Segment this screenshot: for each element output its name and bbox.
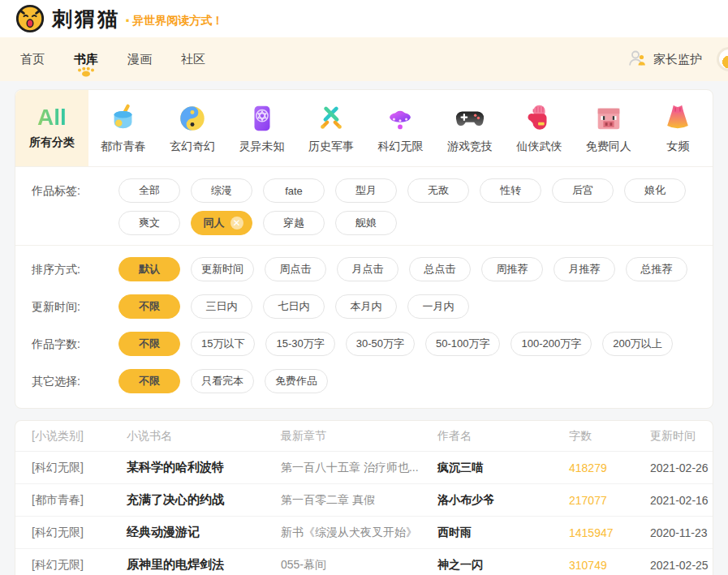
category-urban-youth[interactable]: 都市青春 (88, 90, 157, 166)
paint-bucket-icon (107, 102, 140, 135)
category-gaming[interactable]: 游戏竞技 (435, 90, 504, 166)
table-row[interactable]: [科幻无限] 原神里的电焊剑法 055-幕间 神之一闪 310749 2021-… (15, 549, 713, 575)
category-fantasy[interactable]: 玄幻奇幻 (157, 90, 226, 166)
table-header-row: [小说类别] 小说书名 最新章节 作者名 字数 更新时间 (15, 421, 713, 452)
sort-pill[interactable]: 更新时间 (191, 257, 254, 281)
nav-item-home[interactable]: 首页 (20, 52, 45, 67)
category-label: 科幻无限 (377, 139, 423, 154)
word-pill[interactable]: 15-30万字 (265, 332, 334, 356)
sort-pill[interactable]: 月点击 (337, 257, 398, 281)
nav-item-library-label: 书库 (74, 52, 98, 66)
tag-pill[interactable]: 性转 (480, 178, 541, 203)
latest-chapter-link[interactable]: 第一百八十五章 治疗师也... (281, 461, 437, 475)
filter-row-tags: 作品标签: 全部 综漫 fate 型月 无敌 性转 后宫 娘化 爽文 (15, 178, 713, 235)
novel-category[interactable]: [都市青春] (32, 493, 127, 508)
main-nav: 首页 书库 漫画 社区 家长监护 (0, 37, 728, 81)
category-label: 玄幻奇幻 (170, 139, 215, 154)
novel-category[interactable]: [科幻无限] (32, 526, 127, 540)
ufo-icon (384, 102, 416, 135)
category-label: 都市青春 (101, 139, 146, 154)
category-scifi[interactable]: 科幻无限 (366, 90, 435, 166)
word-count: 310749 (569, 559, 650, 572)
sort-pill[interactable]: 周推荐 (481, 257, 543, 281)
author-link[interactable]: 西时雨 (437, 526, 569, 540)
nav-item-comics[interactable]: 漫画 (127, 52, 152, 67)
novel-category[interactable]: [科幻无限] (32, 461, 127, 475)
author-link[interactable]: 神之一闪 (437, 558, 569, 573)
category-history-military[interactable]: 历史军事 (296, 90, 365, 166)
sort-pill-selected[interactable]: 默认 (118, 257, 180, 281)
nav-right-area: 家长监护 (627, 47, 728, 71)
sort-pill[interactable]: 总推荐 (626, 257, 687, 281)
novel-title-link[interactable]: 充满了决心的约战 (127, 492, 281, 508)
sort-pill[interactable]: 月推荐 (554, 257, 615, 281)
tag-pill[interactable]: fate (263, 178, 325, 203)
update-pill[interactable]: 七日内 (263, 294, 325, 319)
category-all[interactable]: All 所有分类 (15, 90, 88, 166)
latest-chapter-link[interactable]: 第一百零二章 真假 (281, 493, 437, 508)
other-pill[interactable]: 免费作品 (265, 369, 328, 393)
novel-title-link[interactable]: 原神里的电焊剑法 (127, 557, 281, 573)
brand-separator-dot: · (125, 11, 131, 32)
filter-label: 排序方式: (32, 257, 118, 281)
update-pill[interactable]: 一月内 (407, 294, 469, 319)
novel-title-link[interactable]: 经典动漫游记 (127, 525, 281, 540)
author-link[interactable]: 洛小布少爷 (437, 493, 569, 508)
word-count: 1415947 (569, 526, 650, 539)
tag-pill-selected[interactable]: 同人 ✕ (191, 211, 252, 235)
novel-title-link[interactable]: 某科学的哈利波特 (127, 460, 281, 475)
latest-chapter-link[interactable]: 055-幕间 (281, 558, 437, 573)
brand-name[interactable]: 刺猬猫 (52, 6, 120, 32)
category-label: 历史军事 (308, 139, 354, 154)
tag-pill[interactable]: 爽文 (118, 211, 180, 235)
hedgehog-cat-logo-icon[interactable] (15, 3, 45, 34)
tag-pill[interactable]: 娘化 (624, 178, 686, 203)
tag-pill[interactable]: 穿越 (263, 211, 325, 235)
category-wuxia[interactable]: 仙侠武侠 (505, 90, 574, 166)
sort-pill[interactable]: 周点击 (265, 257, 326, 281)
tag-pill[interactable]: 综漫 (191, 178, 252, 203)
other-pill[interactable]: 只看完本 (191, 369, 254, 393)
category-supernatural[interactable]: 灵异未知 (227, 90, 296, 166)
other-pill-selected[interactable]: 不限 (118, 369, 180, 393)
update-pill-selected[interactable]: 不限 (118, 294, 180, 319)
tag-pill[interactable]: 无敌 (407, 178, 469, 203)
sort-pill[interactable]: 总点击 (409, 257, 471, 281)
table-row[interactable]: [都市青春] 充满了决心的约战 第一百零二章 真假 洛小布少爷 217077 2… (15, 484, 713, 517)
close-icon[interactable]: ✕ (230, 217, 243, 230)
filter-panel: All 所有分类 都市青春 (15, 89, 713, 409)
tag-pill-lines: 全部 综漫 fate 型月 无敌 性转 后宫 娘化 爽文 同人 ✕ (118, 178, 686, 235)
novel-category[interactable]: [科幻无限] (32, 558, 127, 573)
author-link[interactable]: 疯沉三喵 (437, 461, 569, 475)
word-pill[interactable]: 100-200万字 (510, 332, 592, 356)
filter-row-other: 其它选择: 不限 只看完本 免费作品 (15, 369, 713, 393)
filter-label: 作品标签: (32, 178, 118, 203)
update-pill[interactable]: 本月内 (335, 294, 397, 319)
word-pill[interactable]: 200万以上 (602, 332, 673, 356)
avatar[interactable] (717, 47, 728, 71)
pig-icon (592, 102, 625, 135)
latest-chapter-link[interactable]: 新书《综漫从犬夜叉开始》 (281, 526, 437, 540)
brand-tagline: 异世界阅读方式！ (132, 14, 223, 28)
category-female[interactable]: 女频 (644, 90, 713, 166)
dress-icon (661, 102, 694, 135)
word-pill[interactable]: 15万以下 (191, 332, 255, 356)
word-pill-selected[interactable]: 不限 (118, 332, 180, 356)
parental-control-label: 家长监护 (653, 52, 702, 67)
tag-pill[interactable]: 后宫 (552, 178, 614, 203)
tag-pill[interactable]: 舰娘 (335, 211, 397, 235)
update-date: 2021-02-16 (650, 494, 713, 507)
nav-item-community[interactable]: 社区 (181, 52, 205, 67)
table-row[interactable]: [科幻无限] 经典动漫游记 新书《综漫从犬夜叉开始》 西时雨 1415947 2… (15, 517, 713, 549)
filter-row-update-time: 更新时间: 不限 三日内 七日内 本月内 一月内 (15, 294, 713, 319)
table-row[interactable]: [科幻无限] 某科学的哈利波特 第一百八十五章 治疗师也... 疯沉三喵 418… (15, 452, 713, 484)
tag-pill[interactable]: 全部 (118, 178, 180, 203)
parental-control-link[interactable]: 家长监护 (627, 49, 702, 69)
nav-item-library[interactable]: 书库 (74, 52, 98, 67)
tag-pill[interactable]: 型月 (335, 178, 397, 203)
tag-pill-selected-label: 同人 (204, 216, 225, 230)
category-free-doujin[interactable]: 免费同人 (574, 90, 643, 166)
update-pill[interactable]: 三日内 (191, 294, 252, 319)
word-pill[interactable]: 30-50万字 (346, 332, 415, 356)
word-pill[interactable]: 50-100万字 (425, 332, 500, 356)
